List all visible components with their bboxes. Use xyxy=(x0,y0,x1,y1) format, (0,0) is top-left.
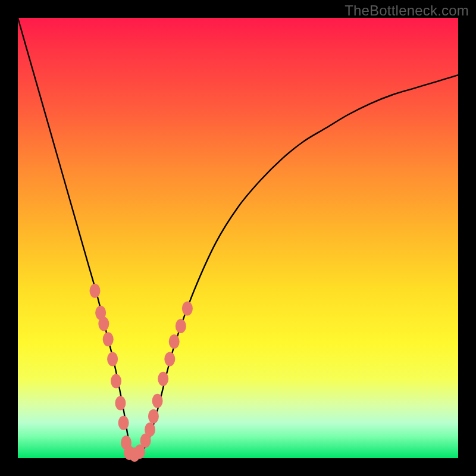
highlighted-point xyxy=(145,422,155,437)
plot-area xyxy=(18,18,458,458)
highlighted-point xyxy=(176,319,186,333)
highlighted-point xyxy=(98,317,109,331)
highlighted-point xyxy=(169,334,180,349)
highlighted-point xyxy=(148,409,159,424)
chart-overlay xyxy=(18,18,458,458)
highlighted-point xyxy=(90,284,101,298)
highlighted-point xyxy=(158,372,168,386)
highlighted-point xyxy=(164,352,175,367)
bottleneck-curve xyxy=(18,18,458,458)
highlighted-point xyxy=(182,301,193,315)
highlighted-points-group xyxy=(90,284,193,462)
highlighted-point xyxy=(152,394,163,408)
chart-container: TheBottleneck.com xyxy=(0,0,476,476)
watermark-text: TheBottleneck.com xyxy=(345,2,469,19)
highlighted-point xyxy=(111,374,121,389)
highlighted-point xyxy=(107,352,118,367)
highlighted-point xyxy=(103,332,114,346)
highlighted-point xyxy=(118,416,129,430)
highlighted-point xyxy=(115,396,126,411)
